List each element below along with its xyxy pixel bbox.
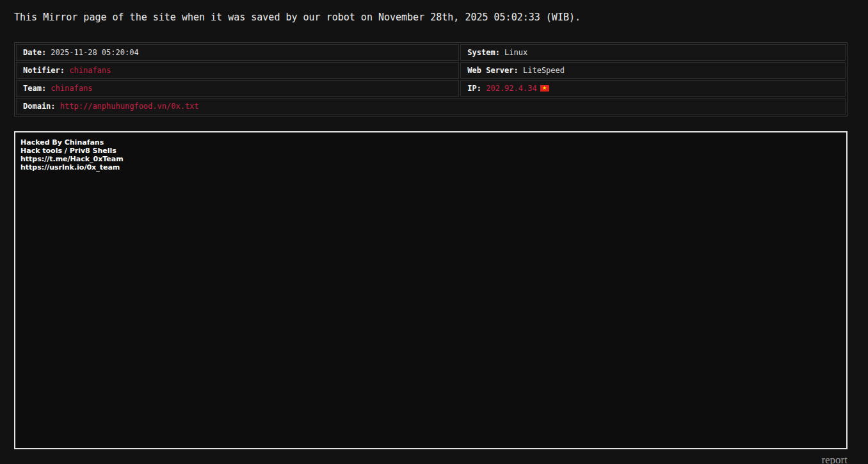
- domain-cell: Domain: http://anphuhungfood.vn/0x.txt: [16, 98, 846, 115]
- ip-label: IP:: [467, 84, 481, 93]
- team-link[interactable]: chinafans: [51, 84, 92, 93]
- webserver-cell: Web Server: LiteSpeed: [460, 62, 846, 79]
- report-link[interactable]: report: [821, 454, 848, 464]
- ip-link[interactable]: 202.92.4.34: [486, 84, 536, 93]
- system-value: Linux: [504, 48, 527, 57]
- table-row-domain: Domain: http://anphuhungfood.vn/0x.txt: [16, 98, 846, 115]
- ip-cell: IP: 202.92.4.34★: [460, 80, 846, 97]
- deface-line-3: https://t.me/Hack_0xTeam: [20, 155, 841, 163]
- footer: report: [14, 454, 848, 464]
- mirror-info-table: Date: 2025-11-28 05:20:04 System: Linux …: [14, 42, 848, 116]
- domain-label: Domain:: [23, 102, 56, 111]
- date-label: Date:: [23, 48, 46, 57]
- table-row-notifier-webserver: Notifier: chinafans Web Server: LiteSpee…: [16, 62, 846, 79]
- deface-line-2: Hack tools / Priv8 Shells: [20, 147, 841, 155]
- system-cell: System: Linux: [460, 44, 846, 61]
- mirror-content-frame: Hacked By Chinafans Hack tools / Priv8 S…: [14, 131, 848, 449]
- mirror-saved-note: This Mirror page of the site when it was…: [14, 12, 848, 23]
- notifier-cell: Notifier: chinafans: [16, 62, 459, 79]
- vietnam-flag-icon: ★: [540, 85, 549, 92]
- deface-line-1: Hacked By Chinafans: [20, 138, 841, 147]
- team-label: Team:: [23, 84, 46, 93]
- date-value: 2025-11-28 05:20:04: [51, 48, 138, 57]
- table-row-team-ip: Team: chinafans IP: 202.92.4.34★: [16, 80, 846, 97]
- date-cell: Date: 2025-11-28 05:20:04: [16, 44, 459, 61]
- team-cell: Team: chinafans: [16, 80, 459, 97]
- notifier-link[interactable]: chinafans: [69, 66, 111, 75]
- webserver-label: Web Server:: [467, 66, 518, 75]
- system-label: System:: [467, 48, 500, 57]
- table-row-date-system: Date: 2025-11-28 05:20:04 System: Linux: [16, 44, 846, 61]
- webserver-value: LiteSpeed: [523, 66, 565, 75]
- notifier-label: Notifier:: [23, 66, 65, 75]
- page-container: This Mirror page of the site when it was…: [0, 0, 868, 464]
- deface-line-4: https://usrlnk.io/0x_team: [20, 163, 841, 172]
- domain-link[interactable]: http://anphuhungfood.vn/0x.txt: [60, 102, 199, 111]
